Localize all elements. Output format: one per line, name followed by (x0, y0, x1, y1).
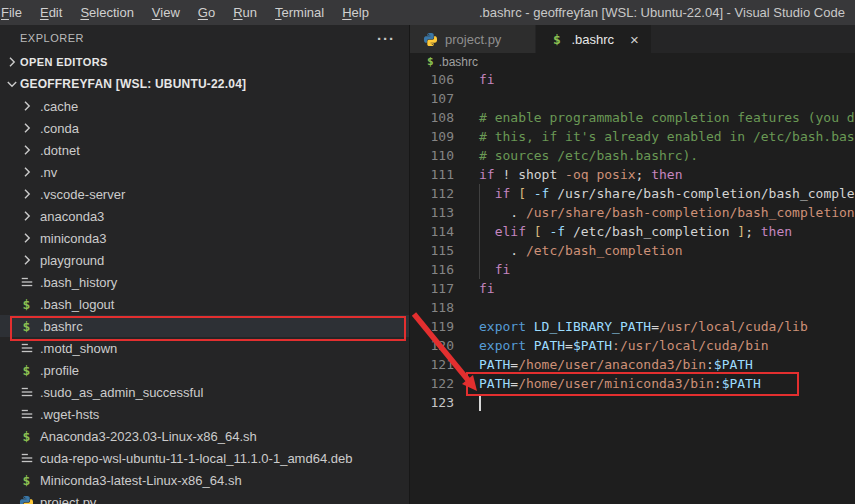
code-line-115[interactable]: 115 . /etc/bash_completion (410, 241, 855, 260)
shell-icon: $ (548, 32, 565, 47)
tree-item-label: .motd_shown (40, 341, 117, 356)
line-number: 115 (410, 241, 454, 260)
text-file-icon (18, 385, 35, 399)
code-line-117[interactable]: 117fi (410, 279, 855, 298)
tree-item-.bash-history[interactable]: .bash_history (0, 271, 409, 293)
menu-run[interactable]: Run (224, 0, 266, 25)
menu-edit[interactable]: Edit (31, 0, 71, 25)
menu-selection[interactable]: Selection (71, 0, 142, 25)
line-number: 118 (410, 298, 454, 317)
section-workspace-root[interactable]: GEOFFREYFAN [WSL: UBUNTU-22.04] (0, 73, 409, 95)
close-icon[interactable]: × (630, 32, 639, 47)
menu-bar: FileEditSelectionViewGoRunTerminalHelp (0, 0, 378, 25)
tree-item-miniconda3[interactable]: miniconda3 (0, 227, 409, 249)
chevron-right-icon (18, 186, 35, 202)
code-line-119[interactable]: 119export LD_LIBRARY_PATH=/usr/local/cud… (410, 317, 855, 336)
line-content (479, 393, 481, 412)
menu-file[interactable]: File (0, 0, 31, 25)
tree-item-playground[interactable]: playground (0, 249, 409, 271)
tree-item-project.py[interactable]: project.py (0, 491, 409, 504)
code-line-111[interactable]: 111if ! shopt -oq posix; then (410, 165, 855, 184)
line-content: fi (479, 279, 495, 298)
breadcrumb[interactable]: $ .bashrc (410, 53, 855, 70)
menu-help[interactable]: Help (333, 0, 378, 25)
text-file-icon (18, 451, 35, 465)
code-line-120[interactable]: 120export PATH=$PATH:/usr/local/cuda/bin (410, 336, 855, 355)
tree-item-label: Anaconda3-2023.03-Linux-x86_64.sh (40, 429, 257, 444)
line-number: 120 (410, 336, 454, 355)
shell-icon: $ (18, 363, 35, 378)
menu-terminal[interactable]: Terminal (266, 0, 333, 25)
tab-project.py[interactable]: project.py (410, 25, 536, 53)
code-line-121[interactable]: 121PATH=/home/user/anaconda3/bin:$PATH (410, 355, 855, 374)
tree-item-.conda[interactable]: .conda (0, 117, 409, 139)
tree-item-.nv[interactable]: .nv (0, 161, 409, 183)
tree-item-.cache[interactable]: .cache (0, 95, 409, 117)
section-open-editors[interactable]: OPEN EDITORS (0, 51, 409, 73)
chevron-right-icon (18, 208, 35, 224)
tree-item-.profile[interactable]: $.profile (0, 359, 409, 381)
tree-item-label: Miniconda3-latest-Linux-x86_64.sh (40, 473, 242, 488)
tree-item-.dotnet[interactable]: .dotnet (0, 139, 409, 161)
line-number: 121 (410, 355, 454, 374)
shell-icon: $ (18, 319, 35, 334)
tree-item-.motd-shown[interactable]: .motd_shown (0, 337, 409, 359)
text-cursor (479, 395, 481, 411)
code-line-118[interactable]: 118 (410, 298, 855, 317)
tree-item-.wget-hsts[interactable]: .wget-hsts (0, 403, 409, 425)
tree-item-label: .nv (40, 165, 57, 180)
menu-view[interactable]: View (143, 0, 189, 25)
code-line-110[interactable]: 110# sources /etc/bash.bashrc). (410, 146, 855, 165)
explorer-title: EXPLORER (20, 32, 84, 44)
tree-item-anaconda3[interactable]: anaconda3 (0, 205, 409, 227)
line-number: 117 (410, 279, 454, 298)
code-line-107[interactable]: 107 (410, 89, 855, 108)
shell-icon: $ (18, 473, 35, 488)
chevron-right-icon (18, 142, 35, 158)
code-editor[interactable]: 106fi107108# enable programmable complet… (410, 70, 855, 504)
line-number: 111 (410, 165, 454, 184)
chevron-down-icon (4, 76, 20, 92)
menu-go[interactable]: Go (189, 0, 224, 25)
tree-item-.sudo-as-admin-successful[interactable]: .sudo_as_admin_successful (0, 381, 409, 403)
line-number: 107 (410, 89, 454, 108)
shell-icon: $ (427, 55, 434, 68)
tree-item-label: .bash_history (40, 275, 117, 290)
tree-item-label: project.py (40, 495, 96, 504)
code-line-106[interactable]: 106fi (410, 70, 855, 89)
explorer-sidebar: EXPLORER ··· OPEN EDITORS GEOFFREYFAN [W… (0, 25, 410, 504)
code-line-123[interactable]: 123 (410, 393, 855, 412)
breadcrumb-file-label: .bashrc (439, 55, 478, 69)
indent-guide (479, 184, 480, 279)
code-line-113[interactable]: 113 . /usr/share/bash-completion/bash_co… (410, 203, 855, 222)
code-line-109[interactable]: 109# this, if it's already enabled in /e… (410, 127, 855, 146)
line-content: . /usr/share/bash-completion/bash_comple… (479, 203, 855, 222)
tree-item-Miniconda3-latest-Linux-x86-64.sh[interactable]: $Miniconda3-latest-Linux-x86_64.sh (0, 469, 409, 491)
editor-group: project.py$.bashrc× $ .bashrc 106fi10710… (410, 25, 855, 504)
tree-item-label: anaconda3 (40, 209, 104, 224)
line-content: export LD_LIBRARY_PATH=/usr/local/cuda/l… (479, 317, 808, 336)
code-line-114[interactable]: 114 elif [ -f /etc/bash_completion ]; th… (410, 222, 855, 241)
tree-item-Anaconda3-2023.03-Linux-x86-64.sh[interactable]: $Anaconda3-2023.03-Linux-x86_64.sh (0, 425, 409, 447)
code-line-116[interactable]: 116 fi (410, 260, 855, 279)
code-line-122[interactable]: 122PATH=/home/user/miniconda3/bin:$PATH (410, 374, 855, 393)
line-number: 109 (410, 127, 454, 146)
tree-item-label: .vscode-server (40, 187, 125, 202)
tree-item-.bash-logout[interactable]: $.bash_logout (0, 293, 409, 315)
code-line-108[interactable]: 108# enable programmable completion feat… (410, 108, 855, 127)
file-tree: .cache.conda.dotnet.nv.vscode-serveranac… (0, 95, 409, 504)
tree-item-cuda-repo-wsl-ubuntu-11-1-local-11.1.0-1-amd64.deb[interactable]: cuda-repo-wsl-ubuntu-11-1-local_11.1.0-1… (0, 447, 409, 469)
tree-item-.vscode-server[interactable]: .vscode-server (0, 183, 409, 205)
line-number: 116 (410, 260, 454, 279)
python-icon (18, 495, 35, 504)
chevron-right-icon (18, 252, 35, 268)
more-actions-icon[interactable]: ··· (377, 30, 395, 47)
tree-item-label: .conda (40, 121, 79, 136)
workspace-root-label: GEOFFREYFAN [WSL: UBUNTU-22.04] (20, 77, 246, 91)
line-content: # sources /etc/bash.bashrc). (479, 146, 698, 165)
tab-label: .bashrc (571, 32, 614, 47)
tree-item-label: .bash_logout (40, 297, 114, 312)
tree-item-.bashrc[interactable]: $.bashrc (0, 315, 409, 337)
tab-.bashrc[interactable]: $.bashrc× (536, 25, 651, 53)
code-line-112[interactable]: 112 if [ -f /usr/share/bash-completion/b… (410, 184, 855, 203)
